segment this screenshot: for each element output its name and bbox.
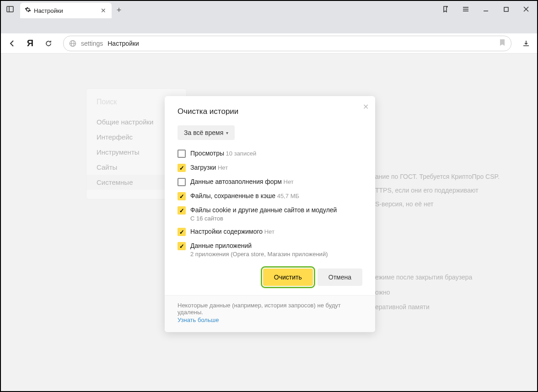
check-row: Файлы, сохраненные в кэше 45,7 МБ [178, 192, 362, 200]
check-hint: 45,7 МБ [275, 193, 299, 199]
check-row: Настройки содержимого Нет [178, 227, 362, 236]
side-panel-button[interactable] [4, 3, 16, 16]
check-row: Просмотры 10 записей [178, 149, 362, 158]
check-label: Файлы cookie и другие данные сайтов и мо… [190, 206, 337, 214]
check-row: Данные приложений2 приложения (Opera sto… [178, 242, 362, 258]
check-label: Настройки содержимого [190, 228, 263, 235]
check-label: Загрузки [190, 164, 216, 171]
back-button[interactable] [5, 36, 19, 51]
check-row: Файлы cookie и другие данные сайтов и мо… [178, 206, 362, 222]
new-tab-button[interactable]: + [112, 2, 126, 18]
checkbox[interactable] [178, 164, 186, 172]
maximize-button[interactable] [497, 2, 515, 16]
close-tab-button[interactable]: ✕ [100, 6, 107, 15]
checkbox[interactable] [178, 242, 186, 250]
cancel-button[interactable]: Отмена [317, 268, 362, 286]
address-prefix: settings [81, 40, 103, 47]
modal-title: Очистка истории [178, 107, 362, 116]
checkbox[interactable] [178, 228, 186, 236]
checkbox[interactable] [178, 192, 186, 200]
reload-button[interactable] [41, 36, 56, 51]
downloads-button[interactable] [519, 36, 533, 51]
check-subtext: 2 приложения (Opera store, Магазин прило… [190, 251, 328, 258]
clear-history-modal: ✕ Очистка истории За всё время ▾ Просмот… [165, 96, 375, 332]
clear-button[interactable]: Очистить [263, 268, 313, 286]
learn-more-link[interactable]: Узнать больше [178, 317, 219, 323]
check-hint: Нет [216, 164, 228, 171]
bookmarks-icon[interactable] [436, 2, 455, 16]
minimize-button[interactable] [477, 2, 495, 16]
check-label: Просмотры [190, 150, 224, 157]
check-hint: 10 записей [224, 150, 256, 157]
checkbox[interactable] [178, 150, 186, 158]
close-window-button[interactable] [517, 2, 535, 16]
browser-tab[interactable]: Настройки ✕ [20, 3, 112, 18]
check-label: Файлы, сохраненные в кэше [190, 192, 275, 199]
check-hint: Нет [263, 228, 274, 235]
window-controls [436, 0, 535, 18]
svg-rect-0 [7, 6, 13, 12]
check-row: Данные автозаполнения форм Нет [178, 177, 362, 186]
checkbox[interactable] [178, 206, 186, 215]
yandex-home-button[interactable]: Я [23, 36, 38, 51]
address-bar[interactable]: settings Настройки [63, 36, 511, 51]
svg-rect-6 [504, 7, 508, 11]
check-row: Загрузки Нет [178, 163, 362, 172]
menu-button[interactable] [457, 2, 475, 16]
close-modal-button[interactable]: ✕ [363, 102, 369, 111]
chevron-down-icon: ▾ [226, 130, 228, 135]
time-range-select[interactable]: За всё время ▾ [178, 125, 235, 140]
toolbar: Я settings Настройки [0, 33, 538, 54]
check-subtext: С 16 сайтов [190, 215, 337, 222]
check-label: Данные автозаполнения форм [190, 178, 282, 185]
modal-footer-text: Некоторые данные (например, история запр… [178, 302, 362, 316]
bookmark-icon[interactable] [499, 39, 506, 48]
address-text: Настройки [108, 40, 139, 47]
browser-chrome: Настройки ✕ + [0, 0, 538, 33]
check-label: Данные приложений [190, 242, 252, 249]
gear-icon [25, 6, 31, 15]
tab-title: Настройки [34, 7, 97, 14]
check-hint: Нет [282, 178, 294, 185]
globe-icon [69, 40, 76, 47]
checkbox[interactable] [178, 178, 186, 186]
time-range-label: За всё время [184, 129, 223, 136]
